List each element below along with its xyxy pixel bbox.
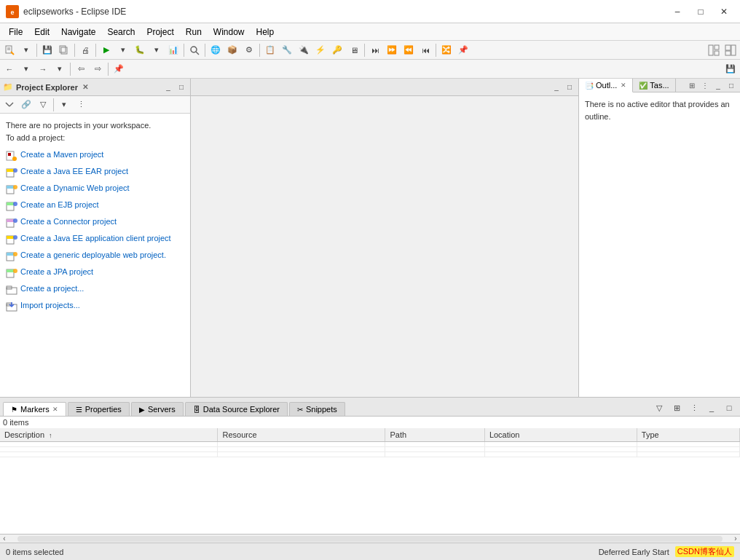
tab-servers[interactable]: ▶ Servers bbox=[131, 402, 184, 416]
toolbar-btn-11[interactable]: 🔌 bbox=[296, 42, 312, 58]
perspective-open-button[interactable] bbox=[706, 42, 722, 58]
toolbar-btn-15[interactable]: ⏭ bbox=[367, 42, 383, 58]
editor-minimize-button[interactable]: _ bbox=[551, 82, 562, 93]
ejb-icon bbox=[6, 200, 17, 212]
new-button[interactable] bbox=[1, 42, 17, 58]
tab-outline[interactable]: 📑 Outl... ✕ bbox=[579, 79, 633, 92]
menu-bar: FileEditNavigateSearchProjectRunWindowHe… bbox=[0, 23, 740, 41]
col-description[interactable]: Description ↑ bbox=[0, 428, 218, 442]
profile-button[interactable]: 📊 bbox=[165, 42, 181, 58]
new-dropdown-button[interactable]: ▾ bbox=[18, 42, 34, 58]
bottom-minimize-button[interactable]: _ bbox=[704, 400, 720, 416]
tab-properties[interactable]: ☰ Properties bbox=[68, 402, 130, 416]
collapse-all-button[interactable] bbox=[1, 97, 17, 113]
menu-item-run[interactable]: Run bbox=[180, 23, 208, 40]
col-resource[interactable]: Resource bbox=[218, 428, 385, 442]
run-button[interactable]: ▶ bbox=[98, 42, 114, 58]
toolbar-btn-13[interactable]: 🔑 bbox=[329, 42, 345, 58]
bottom-filter-button[interactable]: ▽ bbox=[651, 400, 667, 416]
debug-dropdown-button[interactable]: ▾ bbox=[149, 42, 165, 58]
toolbar-btn-16[interactable]: ⏩ bbox=[384, 42, 400, 58]
toolbar-btn-18[interactable]: ⏮ bbox=[417, 42, 433, 58]
perspective-switch-button[interactable] bbox=[723, 42, 739, 58]
project-explorer-header: 📁 Project Explorer ✕ _ □ bbox=[0, 79, 190, 96]
project-explorer-icon: 📁 bbox=[3, 82, 13, 92]
menu-item-help[interactable]: Help bbox=[251, 23, 280, 40]
next-edit-button[interactable]: ⇨ bbox=[90, 61, 106, 77]
editor-maximize-button[interactable]: □ bbox=[564, 82, 575, 93]
main-layout: 📁 Project Explorer ✕ _ □ 🔗 ▽ ▾ ⋮ bbox=[0, 79, 740, 543]
col-path[interactable]: Path bbox=[385, 428, 484, 442]
scroll-right-button[interactable]: › bbox=[731, 535, 740, 543]
outline-view-menu[interactable]: ⊞ bbox=[686, 79, 698, 91]
tab-snippets[interactable]: ✂ Snippets bbox=[289, 402, 345, 416]
debug-button[interactable]: 🐛 bbox=[132, 42, 148, 58]
svg-point-23 bbox=[13, 168, 17, 173]
minimize-button[interactable]: – bbox=[667, 4, 688, 19]
col-location[interactable]: Location bbox=[484, 428, 637, 442]
create-ejb-link[interactable]: Create an EJB project bbox=[20, 200, 99, 210]
bottom-maximize-button[interactable]: □ bbox=[721, 400, 737, 416]
toolbar-btn-7[interactable]: 📦 bbox=[224, 42, 240, 58]
prev-edit-button[interactable]: ⇦ bbox=[73, 61, 89, 77]
toolbar-btn-6[interactable]: 🌐 bbox=[208, 42, 224, 58]
create-web-link[interactable]: Create a Dynamic Web project bbox=[20, 183, 130, 194]
toolbar-btn-9[interactable]: 📋 bbox=[262, 42, 278, 58]
view-menu-button[interactable]: ▾ bbox=[56, 97, 72, 113]
scroll-left-button[interactable]: ‹ bbox=[0, 535, 9, 543]
forward-button[interactable]: → bbox=[35, 61, 51, 77]
menu-item-navigate[interactable]: Navigate bbox=[55, 23, 101, 40]
save-all-button[interactable] bbox=[56, 42, 72, 58]
menu-item-file[interactable]: File bbox=[3, 23, 28, 40]
toolbar-btn-20[interactable]: 📌 bbox=[455, 42, 471, 58]
back-dropdown[interactable]: ▾ bbox=[18, 61, 34, 77]
bottom-more-button[interactable]: ⋮ bbox=[686, 400, 702, 416]
create-connector-link[interactable]: Create a Connector project bbox=[20, 216, 117, 227]
link-with-editor-button[interactable]: 🔗 bbox=[18, 97, 34, 113]
back-button[interactable]: ← bbox=[1, 61, 17, 77]
toolbar-btn-8[interactable]: ⚙ bbox=[241, 42, 257, 58]
panel-controls: _ □ bbox=[162, 82, 187, 93]
outline-minimize[interactable]: _ bbox=[712, 79, 724, 91]
maximize-button[interactable]: □ bbox=[690, 4, 711, 19]
create-jpa-link[interactable]: Create a JPA project bbox=[20, 267, 93, 277]
pin-button[interactable]: 📌 bbox=[111, 61, 127, 77]
create-project-link[interactable]: Create a project... bbox=[20, 283, 84, 294]
toolbar-btn-10[interactable]: 🔧 bbox=[279, 42, 295, 58]
table-row bbox=[0, 452, 740, 457]
menu-item-search[interactable]: Search bbox=[101, 23, 141, 40]
print-button[interactable]: 🖨 bbox=[77, 42, 93, 58]
menu-item-window[interactable]: Window bbox=[208, 23, 251, 40]
filter-button[interactable]: ▽ bbox=[35, 97, 51, 113]
minimize-panel-button[interactable]: _ bbox=[162, 82, 174, 93]
tab-tasks[interactable]: ✅ Tas... bbox=[633, 79, 675, 92]
create-ear-link[interactable]: Create a Java EE EAR project bbox=[20, 166, 128, 177]
create-maven-link[interactable]: Create a Maven project bbox=[20, 149, 103, 160]
save-button[interactable]: 💾 bbox=[39, 42, 55, 58]
view-more-button[interactable]: ⋮ bbox=[73, 97, 89, 113]
search-box-button[interactable] bbox=[186, 42, 202, 58]
outline-maximize[interactable]: □ bbox=[725, 79, 737, 91]
toolbar-btn-12[interactable]: ⚡ bbox=[312, 42, 328, 58]
run-dropdown-button[interactable]: ▾ bbox=[115, 42, 131, 58]
close-button[interactable]: ✕ bbox=[714, 4, 734, 19]
col-type[interactable]: Type bbox=[637, 428, 739, 442]
toolbar-btn-19[interactable]: 🔀 bbox=[438, 42, 454, 58]
create-appclient-link[interactable]: Create a Java EE application client proj… bbox=[20, 233, 171, 244]
import-projects-link[interactable]: Import projects... bbox=[20, 300, 80, 311]
maximize-panel-button[interactable]: □ bbox=[176, 82, 187, 93]
tab-datasource[interactable]: 🗄 Data Source Explorer bbox=[185, 402, 288, 416]
toolbar-btn-14[interactable]: 🖥 bbox=[346, 42, 362, 58]
horizontal-scrollbar-track[interactable] bbox=[17, 536, 723, 542]
outline-more[interactable]: ⋮ bbox=[699, 79, 711, 91]
forward-dropdown[interactable]: ▾ bbox=[52, 61, 68, 77]
create-ear-link-item: Create a Java EE EAR project bbox=[6, 166, 184, 178]
import-icon bbox=[6, 301, 17, 312]
bottom-btn-1[interactable]: ⊞ bbox=[669, 400, 685, 416]
toolbar-btn-17[interactable]: ⏪ bbox=[401, 42, 417, 58]
create-deployable-link[interactable]: Create a generic deployable web project. bbox=[20, 250, 166, 261]
open-type-button[interactable]: 💾 bbox=[723, 61, 739, 77]
menu-item-project[interactable]: Project bbox=[141, 23, 179, 40]
menu-item-edit[interactable]: Edit bbox=[28, 23, 55, 40]
tab-markers[interactable]: ⚑ Markers ✕ bbox=[3, 402, 66, 416]
